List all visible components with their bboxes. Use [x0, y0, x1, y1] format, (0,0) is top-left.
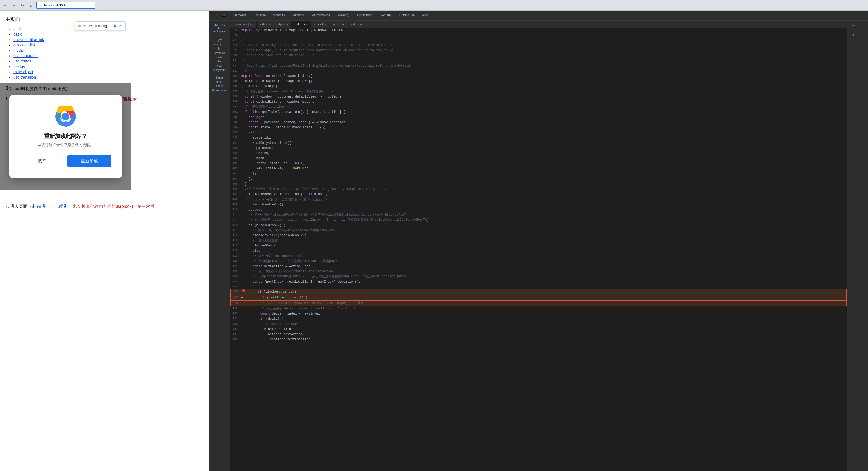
code-line-403: 403 }) — [230, 172, 846, 177]
devtools-tab-network[interactable]: Network — [289, 11, 308, 20]
modal-desc: 系统可能不会保存您所做的更改。 — [20, 143, 111, 147]
nav-link-auth[interactable]: auth — [13, 27, 21, 31]
code-line-384: 384export function createBrowserHistory( — [230, 74, 846, 79]
code-line-402: 402 key: state.key || 'default' — [230, 166, 846, 171]
nav-list: authbasiccustomer-filter-linkcustomer-li… — [5, 27, 204, 79]
code-line-427: 427▶ if (nextIndex != null) { — [230, 295, 846, 301]
devtools-tab-console[interactable]: Console — [250, 11, 269, 20]
back-button[interactable]: ← — [2, 2, 8, 8]
line-number: 405 — [230, 182, 241, 187]
refresh-button[interactable]: ↻ — [19, 2, 26, 8]
line-number: 377 — [230, 38, 241, 43]
code-line-382: 382 * @see https://github.com/ReactTrain… — [230, 63, 846, 68]
code-line-397: 397 readOnly<Location>({ — [230, 141, 846, 146]
code-line-399: 399 search, — [230, 151, 846, 156]
line-content: /** popstate的回调, 点击浏览器 ← 或 → 会触发 */ — [241, 197, 846, 202]
devtools-tab-elements[interactable]: Elements — [229, 11, 250, 20]
line-number: 376 — [230, 33, 241, 38]
code-line-409: 409 function handlePop() { — [230, 202, 846, 207]
code-line-425: 425 — [230, 285, 846, 289]
file-tab-close-button[interactable]: × — [306, 23, 308, 26]
file-tab-label: main.tsx? — [235, 23, 247, 26]
code-line-426: 426 if (blockers.length) { — [230, 289, 846, 295]
file-tab-indexts[interactable]: index.ts× — [291, 21, 311, 28]
file-tab-maintsx[interactable]: main.tsx?[sm] — [231, 21, 257, 28]
line-content: export function createBrowserHistory( — [241, 74, 846, 79]
line-number: 427 — [230, 295, 241, 300]
line-content: const { window = document.defaultView! }… — [241, 94, 846, 99]
line-content: const { pathname, search, hash } = windo… — [241, 120, 846, 125]
file-tab-indextsx[interactable]: index.tsx — [348, 21, 366, 28]
nav-link-route-object[interactable]: route-object — [13, 70, 33, 74]
line-number: 429 — [230, 306, 241, 311]
file-tab-indextsx[interactable]: index.tsx — [329, 21, 347, 28]
nav-link-search-params[interactable]: search-params — [13, 54, 38, 58]
line-number: 380 — [230, 53, 241, 58]
section2-blue1: 前进 → — [37, 204, 51, 209]
more-options-button[interactable]: ⋮ — [849, 32, 857, 39]
line-content: } — [241, 182, 846, 187]
devtools-tab-performance[interactable]: Performance — [308, 11, 334, 20]
code-line-385: 385 options: BrowserHistoryOptions = {} — [230, 79, 846, 84]
forward-button[interactable]: → — [11, 2, 17, 8]
line-number: 431 — [230, 316, 241, 322]
address-text: localhost:3000 — [44, 3, 67, 7]
learn-more-workspaces[interactable]: LearnmoreaboutWorkspaces — [212, 76, 227, 93]
nav-link-basic[interactable]: basic — [13, 32, 22, 36]
device-toolbar-button[interactable]: 📱 — [221, 12, 227, 19]
nav-link-customer-link[interactable]: customer-link — [13, 43, 36, 47]
add-folder-button[interactable]: + Add folder toworkspace — [210, 23, 229, 34]
line-number: 399 — [230, 151, 241, 156]
code-line-404: 404 ]; — [230, 177, 846, 182]
file-tab-indextsx[interactable]: index.tsx — [257, 21, 275, 28]
line-content: state: state.usr || null, — [241, 161, 846, 166]
code-line-434: 434 action: nextAction, — [230, 332, 846, 337]
line-number: 413 — [230, 223, 241, 228]
file-tab-indextsx[interactable]: index.tsx — [311, 21, 329, 28]
home-button[interactable]: ⌂ — [28, 2, 34, 8]
resume-button[interactable]: ▶ — [114, 23, 117, 28]
line-content: if (blockedPopTx) { — [241, 223, 846, 228]
line-content: /** 获取索引和Location */ — [241, 105, 846, 110]
inspect-element-button[interactable]: ⬚ — [213, 12, 220, 19]
code-line-406: 406 /** 用于存储下面的 blockers.call方法的参数, 有 { … — [230, 187, 846, 192]
nav-link-use-transition[interactable]: use-transition — [13, 75, 36, 79]
modal-title: 重新加载此网站？ — [20, 133, 111, 140]
devtools-tab-adb[interactable]: Adb… — [418, 11, 435, 20]
devtools-tab-security[interactable]: Security — [376, 11, 395, 20]
line-content: if (blockers.length) { — [241, 289, 846, 294]
file-tab-Apptsx[interactable]: App.tsx — [275, 21, 291, 28]
devtools-tab-lighthouse[interactable]: Lighthouse — [395, 11, 418, 20]
nav-link-modal[interactable]: modal — [13, 48, 24, 53]
line-number: 378 — [230, 43, 241, 48]
modal-cancel-button[interactable]: 取消 — [20, 155, 64, 168]
code-line-424: 424 const [nextIndex, nextLocation] = ge… — [230, 279, 846, 285]
line-number: 407 — [230, 192, 241, 197]
line-number: 418 — [230, 248, 241, 254]
modal-reload-button[interactable]: 重新加载 — [67, 155, 111, 168]
devtools-tab-memory[interactable]: Memory — [334, 11, 353, 20]
line-number: 382 — [230, 63, 241, 68]
line-number: 400 — [230, 156, 241, 161]
nav-link-customer-filter-link[interactable]: customer-filter-link — [13, 37, 44, 42]
code-editor[interactable]: 375export type BrowserHistoryOptions = {… — [230, 28, 846, 471]
devtools-tab-application[interactable]: Application — [353, 11, 376, 20]
more-tabs-button[interactable]: ⋮ — [435, 13, 442, 18]
code-line-417: 417 blockedPopTx = null; — [230, 243, 846, 248]
toggle-sidebar-button[interactable]: ☰ — [849, 23, 857, 31]
file-tab-label: index.ts — [295, 23, 305, 26]
devtools-tab-sources[interactable]: Sources — [269, 11, 289, 20]
modal-box: 重新加载此网站？ 系统可能不会保存您所做的更改。 取消 重新加载 — [9, 95, 122, 178]
nav-link-use-routes[interactable]: use-routes — [13, 59, 31, 63]
code-line-412: 412 // 从上面例子 delta = index - nextIndex =… — [230, 217, 846, 223]
line-content: state.idx, — [241, 135, 846, 140]
address-bar[interactable]: ⚠ localhost:3000 — [36, 2, 95, 9]
code-line-430: 430 const delta = index - nextIndex; — [230, 311, 846, 316]
line-number: 402 — [230, 166, 241, 171]
step-over-button[interactable]: ⟳ — [119, 24, 122, 28]
code-line-383: 383 */ — [230, 68, 846, 74]
line-content: action: nextAction, — [241, 332, 846, 337]
line-content: * — [241, 58, 846, 63]
svg-point-3 — [62, 113, 69, 120]
nav-link-blocker[interactable]: blocker — [13, 64, 25, 68]
